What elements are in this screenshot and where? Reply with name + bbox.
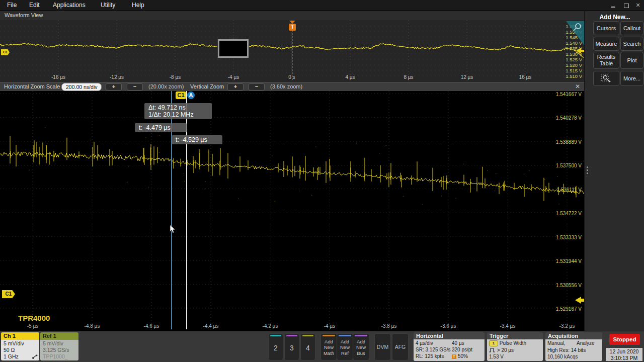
acq-analyze: Analyze [577, 340, 595, 346]
zoom-overview-icon[interactable] [566, 21, 584, 45]
restore-button[interactable] [622, 2, 631, 9]
cursors-button[interactable]: Cursors [593, 21, 619, 35]
zoom-close-icon[interactable]: ✕ [575, 83, 580, 90]
add-new-math-button[interactable]: AddNewMath [320, 333, 337, 360]
overview-x-tick: 4 µs [345, 74, 355, 80]
h-zoom-plus-button[interactable]: + [106, 83, 122, 90]
cursor-a-readout: t: -4.479 µs [135, 123, 187, 132]
channel-color-stripe [286, 335, 297, 336]
cursor-b-readout: t: -4.529 µs [172, 135, 222, 144]
tab-waveform-view[interactable]: Waveform View [0, 11, 584, 18]
results-table-button[interactable]: Results Table [593, 52, 619, 69]
zoom-y-tick: 1.529167 V [556, 306, 582, 312]
channel-4-button[interactable]: 4 [300, 333, 315, 360]
restore-icon [624, 4, 629, 8]
close-icon: ✕ [635, 2, 640, 8]
cursor-a-badge[interactable]: A [187, 92, 195, 99]
stopped-button[interactable]: Stopped [609, 334, 640, 345]
ch1-badge[interactable]: Ch 1 5 mV/div50 Ω1 GHz [1, 332, 39, 360]
ref1-detail: 3.125 GS/s [43, 347, 78, 353]
zoom-toolbar: Horizontal Zoom Scale 200.00 ns/div + − … [0, 82, 584, 92]
zoom-select-icon [601, 74, 612, 83]
zoom-y-tick: 1.537500 V [556, 163, 582, 168]
panel-splitter-handle[interactable] [587, 172, 588, 174]
ref1-detail: 5 mV/div [43, 340, 78, 347]
menu-item-utility[interactable]: Utility [101, 0, 115, 9]
dvm-button[interactable]: DVM [374, 333, 391, 360]
minimize-button[interactable] [609, 2, 618, 9]
trigger-position-icon: T [452, 354, 456, 359]
overview-y-tick: 1.515 V [566, 68, 582, 73]
trigger-condition: > 20 µs [497, 347, 514, 353]
oscilloscope-app: FileEditApplicationsUtilityHelp ✕ Add Ne… [0, 0, 644, 362]
channel-color-stripe [270, 335, 281, 336]
minimize-icon [611, 7, 615, 8]
close-button[interactable]: ✕ [633, 2, 642, 9]
ref1-badge[interactable]: Ref 1 5 mV/div3.125 GS/sTPP1000_ [40, 332, 78, 360]
acquisition-panel[interactable]: Acquisition Manual, Analyze High Res: 14… [545, 332, 602, 361]
zoom-y-tick: 1.541667 V [556, 92, 582, 97]
menu-item-file[interactable]: File [7, 0, 17, 9]
zoom-x-tick: -3.2 µs [559, 323, 575, 329]
afg-button[interactable]: AFG [392, 333, 409, 360]
horizontal-value: 320 ps/pt [452, 347, 472, 352]
menu-item-edit[interactable]: Edit [29, 0, 40, 9]
h-zoom-scale-label: Horizontal Zoom Scale [4, 83, 60, 89]
overview-x-tick: -4 µs [228, 74, 239, 80]
more-button[interactable]: More... [620, 71, 643, 86]
zoom-waveform [0, 91, 584, 331]
channel-2-button[interactable]: 2 [268, 333, 283, 360]
trigger-position-marker[interactable]: T [289, 21, 296, 31]
h-zoom-scale-input[interactable]: 200.00 ns/div [61, 83, 102, 91]
channel-level-arrow-icon [576, 47, 584, 54]
zoom-y-tick: 1.534722 V [556, 211, 582, 216]
menu-item-applications[interactable]: Applications [53, 0, 86, 9]
channel-3-button[interactable]: 3 [284, 333, 299, 360]
add-color-stripe [339, 335, 351, 336]
plot-button[interactable]: Plot [620, 52, 643, 69]
add-new-ref-button[interactable]: AddNewRef [337, 333, 353, 360]
mouse-pointer [170, 225, 178, 234]
acq-resolution: High Res: 14 bits [547, 347, 586, 353]
overview-y-tick: 1.525 V [566, 57, 582, 62]
cursor-delta-readout: Δt: 49.712 ns 1/Δt: 20.12 MHz [144, 103, 212, 119]
zoom-level-arrow-icon [575, 296, 584, 304]
zoom-x-tick: -4 µs [324, 323, 335, 329]
overview-y-tick: 1.520 V [566, 62, 582, 68]
add-new-bus-button[interactable]: AddNewBus [353, 333, 369, 360]
panel-title: Add New... [585, 14, 644, 21]
menu-bar: FileEditApplicationsUtilityHelp ✕ [0, 0, 644, 11]
tab-bar: Waveform View [0, 11, 584, 21]
v-zoom-minus-button[interactable]: − [249, 83, 265, 90]
measure-button[interactable]: Measure [593, 37, 619, 51]
zoom-x-tick: -5 µs [27, 323, 38, 329]
add-new-panel: Add New... CursorsCalloutMeasureSearchRe… [585, 11, 644, 331]
cursor-source-badge[interactable]: C1 [176, 92, 186, 99]
horizontal-value: 40 µs [452, 340, 464, 346]
zoom-x-tick: -3.4 µs [500, 323, 516, 329]
panel-splitter-handle[interactable] [587, 166, 588, 168]
bottom-bar: Ch 1 5 mV/div50 Ω1 GHz Ref 1 5 mV/div3.1… [0, 331, 644, 362]
zoom-graticule[interactable]: C1 A Δt: 49.712 ns 1/Δt: 20.12 MHz t: -4… [0, 91, 584, 331]
pulse-icon [489, 348, 496, 352]
v-zoom-readout: (3.60x zoom) [270, 83, 302, 89]
zoom-x-tick: -4.6 µs [144, 323, 159, 329]
horizontal-value: 4 µs/div [416, 340, 433, 346]
h-zoom-minus-button[interactable]: − [127, 83, 143, 90]
v-zoom-plus-button[interactable]: + [227, 83, 244, 90]
time-value: 3:10:13 PM [606, 355, 642, 361]
zoom-y-tick: 1.536111 V [556, 187, 582, 193]
h-zoom-readout: (20.00x zoom) [148, 83, 184, 89]
menu-item-help[interactable]: Help [132, 0, 144, 9]
search-button[interactable]: Search [620, 37, 643, 51]
overview-x-tick: 12 µs [461, 74, 473, 80]
trigger-panel[interactable]: Trigger 1 Pulse Width > 20 µs 1.53 V [487, 332, 543, 361]
callout-button[interactable]: Callout [620, 21, 643, 35]
zoom-selection-box[interactable] [218, 39, 249, 58]
trigger-t-icon: T [289, 24, 296, 31]
zoom-select-button[interactable] [593, 71, 619, 86]
horizontal-panel[interactable]: Horizontal 4 µs/div40 µsSR: 3.125 GS/s32… [414, 332, 485, 361]
panel-splitter-handle[interactable] [587, 169, 588, 171]
overview-graticule[interactable]: -16 µs-12 µs-8 µs-4 µs0 s4 µs8 µs12 µs16… [0, 20, 584, 82]
overview-x-tick: 0 s [288, 74, 295, 80]
